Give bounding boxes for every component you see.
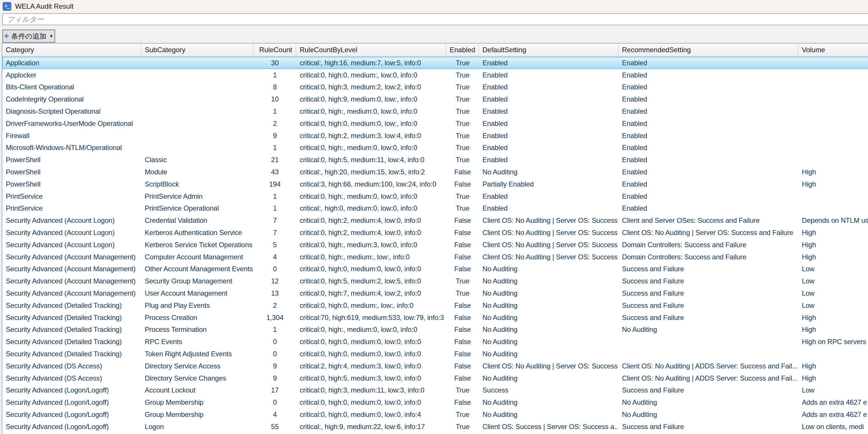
cell-defaultsetting: Client OS: No Auditing | Server OS: Succ… xyxy=(479,360,619,372)
table-row[interactable]: Microsoft-Windows-NTLM/Operational1criti… xyxy=(2,142,868,154)
table-row[interactable]: Application30critical:, high:16, medium:… xyxy=(2,57,868,69)
cell-category: Firewall xyxy=(2,130,141,142)
cell-recommendedsetting: Client OS: No Auditing | ADDS Server: Su… xyxy=(619,372,798,384)
table-row[interactable]: Security Advanced (Detailed Tracking)Pro… xyxy=(2,312,868,324)
cell-rulecount: 5 xyxy=(253,239,296,251)
cell-rulecountbylevel: critical:0, high:2, medium:4, low:0, inf… xyxy=(296,226,446,239)
cell-recommendedsetting: Enabled xyxy=(619,57,798,69)
cell-subcategory: Kerberos Service Ticket Operations xyxy=(141,239,253,251)
cell-defaultsetting: No Auditing xyxy=(479,312,619,324)
cell-rulecountbylevel: critical:, high:0, medium:0, low:0, info… xyxy=(296,203,446,215)
table-row[interactable]: Security Advanced (Logon/Logoff)Group Me… xyxy=(2,408,868,421)
cell-enabled: False xyxy=(446,360,479,372)
column-header-volume[interactable]: Volume xyxy=(798,43,868,57)
cell-recommendedsetting xyxy=(619,336,798,348)
cell-recommendedsetting: Client OS: No Auditing | Server OS: Succ… xyxy=(619,226,798,239)
column-header-category[interactable]: Category xyxy=(2,43,141,57)
table-row[interactable]: Security Advanced (Logon/Logoff)Account … xyxy=(2,384,868,397)
cell-defaultsetting: Success xyxy=(479,384,619,397)
cell-rulecountbylevel: critical:0, high:2, medium:4, low:0, inf… xyxy=(296,214,446,226)
cell-recommendedsetting: Enabled xyxy=(619,93,798,105)
cell-rulecountbylevel: critical:0, high:3, medium:2, low:2, inf… xyxy=(296,81,446,93)
cell-defaultsetting: Enabled xyxy=(479,81,619,93)
cell-enabled: True xyxy=(446,421,479,433)
cell-rulecount: 1 xyxy=(253,142,296,154)
cell-rulecountbylevel: critical:3, high:66, medium:100, low:24,… xyxy=(296,178,446,190)
cell-category: Security Advanced (Detailed Tracking) xyxy=(2,324,141,336)
column-header-enabled[interactable]: Enabled xyxy=(446,43,479,57)
table-row[interactable]: Security Advanced (Detailed Tracking)RPC… xyxy=(2,336,868,348)
cell-defaultsetting: No Auditing xyxy=(479,324,619,336)
column-header-rulecountbylevel[interactable]: RuleCountByLevel xyxy=(296,43,446,57)
cell-rulecountbylevel: critical:0, high:9, medium:0, low:, info… xyxy=(296,93,446,105)
table-row[interactable]: Security Advanced (Account Management)Co… xyxy=(2,251,868,263)
table-row[interactable]: PowerShellScriptBlock194critical:3, high… xyxy=(2,178,868,190)
add-criteria-button[interactable]: + 条件の追加 ▼ xyxy=(2,30,55,43)
table-row[interactable]: Security Advanced (Account Logon)Kerbero… xyxy=(2,226,868,239)
table-row[interactable]: Security Advanced (Account Logon)Kerbero… xyxy=(2,239,868,251)
column-header-defaultsetting[interactable]: DefaultSetting xyxy=(479,43,619,57)
table-row[interactable]: Diagnosis-Scripted Operational1critical:… xyxy=(2,105,868,118)
table-row[interactable]: Security Advanced (Detailed Tracking)Plu… xyxy=(2,300,868,312)
cell-rulecountbylevel: critical:0, high:7, medium:4, low:2, inf… xyxy=(296,287,446,300)
cell-category: Application xyxy=(2,57,141,69)
table-row[interactable]: Security Advanced (Detailed Tracking)Tok… xyxy=(2,348,868,360)
table-row[interactable]: Bits-Client Operational8critical:0, high… xyxy=(2,81,868,93)
cell-subcategory: RPC Events xyxy=(141,336,253,348)
table-row[interactable]: Security Advanced (Account Logon)Credent… xyxy=(2,214,868,226)
cell-defaultsetting: Enabled xyxy=(479,57,619,69)
table-row[interactable]: Security Advanced (DS Access)Directory S… xyxy=(2,360,868,372)
cell-rulecount: 43 xyxy=(253,166,296,178)
table-row[interactable]: PowerShellModule43critical:, high:20, me… xyxy=(2,166,868,178)
table-row[interactable]: Security Advanced (DS Access)Directory S… xyxy=(2,372,868,384)
table-row[interactable]: PowerShellClassic21critical:0, high:5, m… xyxy=(2,154,868,166)
cell-subcategory: Other Account Management Events xyxy=(141,263,253,275)
cell-volume: High xyxy=(798,251,868,263)
cell-enabled: True xyxy=(446,81,479,93)
cell-defaultsetting: Partially Enabled xyxy=(479,178,619,190)
audit-result-grid: CategorySubCategoryRuleCountRuleCountByL… xyxy=(2,43,868,434)
table-row[interactable]: Applocker1critical:0, high:0, medium:, l… xyxy=(2,69,868,81)
cell-rulecount: 2 xyxy=(253,300,296,312)
cell-rulecountbylevel: critical:0, high:, medium:3, low:0, info… xyxy=(296,239,446,251)
cell-recommendedsetting: Enabled xyxy=(619,69,798,81)
cell-defaultsetting: Enabled xyxy=(479,203,619,215)
cell-defaultsetting: Client OS: No Auditing | Server OS: Succ… xyxy=(479,251,619,263)
cell-rulecount: 1 xyxy=(253,324,296,336)
table-row[interactable]: Security Advanced (Logon/Logoff)Logon55c… xyxy=(2,421,868,433)
table-row[interactable]: Security Advanced (Account Management)Ot… xyxy=(2,263,868,275)
cell-rulecountbylevel: critical:0, high:, medium:0, low:0, info… xyxy=(296,190,446,203)
cell-volume: High xyxy=(798,312,868,324)
cell-subcategory: PrintService Admin xyxy=(141,190,253,203)
cell-volume: Low xyxy=(798,263,868,275)
column-header-rulecount[interactable]: RuleCount xyxy=(253,43,296,57)
table-row[interactable]: Security Advanced (Account Management)Us… xyxy=(2,287,868,300)
table-row[interactable]: Security Advanced (Logon/Logoff)Group Me… xyxy=(2,396,868,408)
cell-rulecountbylevel: critical:0, high:0, medium:0, low:0, inf… xyxy=(296,396,446,408)
cell-defaultsetting: No Auditing xyxy=(479,336,619,348)
cell-subcategory xyxy=(141,142,253,154)
table-row[interactable]: PrintServicePrintService Operational1cri… xyxy=(2,203,868,215)
column-header-subcategory[interactable]: SubCategory xyxy=(141,43,253,57)
table-row[interactable]: DriverFrameworks-UserMode Operational2cr… xyxy=(2,118,868,130)
cell-rulecount: 13 xyxy=(253,287,296,300)
cell-volume: High xyxy=(798,178,868,190)
cell-volume xyxy=(798,69,868,81)
cell-defaultsetting: Client OS: No Auditing | Server OS: Succ… xyxy=(479,239,619,251)
table-row[interactable]: Firewall9critical:0, high:2, medium:3, l… xyxy=(2,130,868,142)
title-bar: >_ WELA Audit Result xyxy=(0,0,868,12)
cell-enabled: True xyxy=(446,154,479,166)
cell-volume xyxy=(798,154,868,166)
cell-enabled: True xyxy=(446,190,479,203)
column-header-recommendedsetting[interactable]: RecommendedSetting xyxy=(619,43,798,57)
table-row[interactable]: PrintServicePrintService Admin1critical:… xyxy=(2,190,868,203)
cell-defaultsetting: Enabled xyxy=(479,93,619,105)
table-row[interactable]: Security Advanced (Detailed Tracking)Pro… xyxy=(2,324,868,336)
cell-rulecount: 12 xyxy=(253,275,296,287)
cell-defaultsetting: No Auditing xyxy=(479,275,619,287)
table-row[interactable]: CodeIntegrity Operational10critical:0, h… xyxy=(2,93,868,105)
cell-defaultsetting: Enabled xyxy=(479,142,619,154)
table-row[interactable]: Security Advanced (Account Management)Se… xyxy=(2,275,868,287)
filter-input[interactable]: フィルター xyxy=(2,13,868,25)
cell-enabled: False xyxy=(446,239,479,251)
